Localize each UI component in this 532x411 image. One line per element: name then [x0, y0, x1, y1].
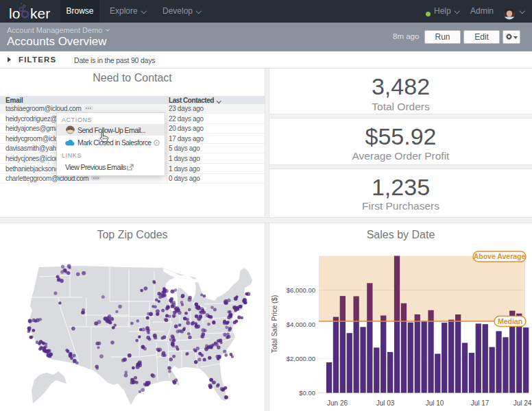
svg-text:$2,000.00: $2,000.00	[287, 355, 315, 362]
svg-text:Jul 17: Jul 17	[471, 399, 489, 407]
svg-text:lo: lo	[9, 5, 20, 21]
svg-text:$0.00: $0.00	[299, 389, 315, 397]
svg-text:Median: Median	[498, 317, 522, 325]
svg-text:ker: ker	[30, 5, 50, 21]
svg-text:$6,000.00: $6,000.00	[287, 286, 315, 294]
svg-text:Jul 03: Jul 03	[376, 399, 395, 407]
svg-text:Total Sale Price ($): Total Sale Price ($)	[271, 295, 278, 353]
svg-text:Jul 10: Jul 10	[426, 399, 444, 407]
svg-text:$4,000.00: $4,000.00	[287, 321, 315, 328]
svg-text:Jul 24: Jul 24	[513, 399, 532, 407]
svg-text:Above Average: Above Average	[474, 252, 526, 260]
svg-text:Jun 26: Jun 26	[327, 399, 348, 407]
